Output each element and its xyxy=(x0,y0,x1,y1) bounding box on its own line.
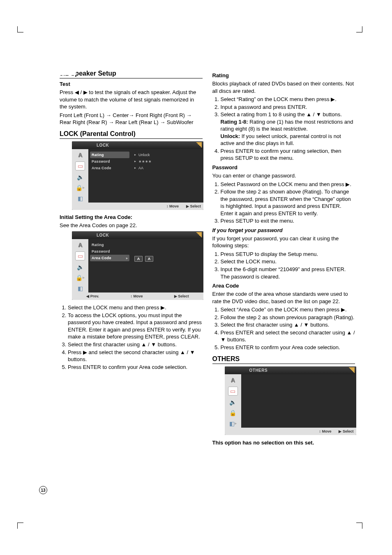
osd-footer: ↕ Move ▶ Select xyxy=(225,428,356,435)
rating-1-8-label: Rating 1-8: xyxy=(221,119,248,125)
osd-val-area-text: AA xyxy=(138,166,143,170)
password-step-1: Select Password on the LOCK menu and the… xyxy=(221,181,355,188)
osd-accent-icon xyxy=(196,142,202,148)
others-icon: ◧ xyxy=(76,284,85,292)
password-step-2: Follow the step 2 as shown above (Rating… xyxy=(221,188,355,217)
osd-title: OTHERS xyxy=(225,366,356,374)
osd-area-boxes: A A xyxy=(133,255,202,263)
area-step-5: Press ENTER to confirm your Area code se… xyxy=(221,344,355,351)
area-char-2: A xyxy=(145,256,153,262)
osd-accent-icon xyxy=(349,367,355,373)
osd-menu-list: Rating Password Area Code▸ xyxy=(88,239,131,292)
area-step-3: Select the first character using ▲ / ▼ b… xyxy=(68,341,203,348)
osd-values: ▸Unlock ▸∗∗∗∗ ▸AA xyxy=(131,149,203,203)
language-icon: A xyxy=(76,241,85,249)
osd-val-area: ▸AA xyxy=(133,165,202,171)
osd-footer-select: ▶ Select xyxy=(174,294,189,298)
area-step-4: Press ENTER and select the second charac… xyxy=(221,329,355,343)
crop-mark xyxy=(17,523,23,529)
osd-values: A A xyxy=(131,239,203,292)
osd-lock-area-code: LOCK A ▭ 🔈 🔒▶ ◧ Rating Password Area Cod… xyxy=(72,231,203,300)
subheading-test: Test xyxy=(60,81,203,87)
forget-step-1: Press SETUP to display the Setup menu. xyxy=(221,251,355,258)
osd-title: LOCK xyxy=(72,141,203,149)
osd-val-rating-text: Unlock xyxy=(138,153,150,157)
audio-icon: 🔈 xyxy=(228,398,238,406)
forget-step-2: Select the LOCK menu. xyxy=(221,258,355,265)
rating-paragraph: Blocks playback of rated DVDs based on t… xyxy=(212,80,355,94)
password-step-3: Press SETUP to exit the menu. xyxy=(221,217,355,225)
area-code-paragraph: Enter the code of the area whose standar… xyxy=(212,290,355,305)
test-paragraph-2: Front Left (Front L) → Center→ Front Rig… xyxy=(60,112,203,126)
osd-menu-rating: Rating xyxy=(90,242,129,248)
rating-steps: Select “Rating” on the LOCK menu then pr… xyxy=(212,96,355,162)
osd-val-password: ▸∗∗∗∗ xyxy=(133,158,202,165)
osd-menu-area: Area Code▸ xyxy=(90,255,129,261)
osd-menu-list: Rating Password Area Code xyxy=(88,149,131,203)
password-steps: Select Password on the LOCK menu and the… xyxy=(212,181,355,225)
area-step-2: To access the LOCK options, you must inp… xyxy=(68,312,203,341)
forget-paragraph: If you forget your password, you can cle… xyxy=(212,235,355,249)
rating-step-3a: Select a rating from 1 to 8 using the ▲ … xyxy=(221,111,342,117)
area-step-2: Follow the step 2 as shown previous para… xyxy=(221,314,355,321)
osd-val-rating: ▸Unlock xyxy=(133,152,202,158)
osd-footer-prev: ◀ Prev. xyxy=(86,294,99,298)
osd-footer-move: ↕ Move xyxy=(130,294,143,298)
forget-steps: Press SETUP to display the Setup menu. S… xyxy=(212,251,355,280)
language-icon: A xyxy=(76,151,85,159)
crop-mark xyxy=(356,523,362,529)
osd-footer-move: ↕ Move xyxy=(319,429,331,433)
osd-footer-select: ▶ Select xyxy=(339,429,353,433)
osd-accent-icon xyxy=(196,232,202,238)
osd-footer-move: ↕ Move xyxy=(166,204,179,208)
osd-sidebar-icons: A ▭ 🔈 🔒▶ ◧ xyxy=(72,239,88,292)
area-step-5: Press ENTER to confirm your Area code se… xyxy=(68,364,203,371)
language-icon: A xyxy=(228,376,238,384)
heading-lock: LOCK (Parental Control) xyxy=(60,130,203,139)
area-step-1: Select the LOCK menu and then press ▶. xyxy=(68,304,203,311)
display-icon: ▭ xyxy=(75,161,85,170)
right-column: Rating Blocks playback of rated DVDs bas… xyxy=(212,70,355,447)
others-icon: ◧▶ xyxy=(228,419,238,428)
password-paragraph: You can enter or change password. xyxy=(212,172,355,180)
osd-footer: ◀ Prev. ↕ Move ▶ Select xyxy=(72,292,203,300)
osd-val-password-text: ∗∗∗∗ xyxy=(138,159,152,164)
osd-menu-rating: Rating xyxy=(90,152,129,158)
audio-icon: 🔈 xyxy=(76,263,85,271)
rating-step-2: Input a password and press ENTER. xyxy=(221,104,355,111)
area-code-steps: Select “Area Code” on the LOCK menu then… xyxy=(212,306,355,351)
display-icon: ▭ xyxy=(228,387,238,396)
area-step-3: Select the first character using ▲ / ▼ b… xyxy=(221,321,355,329)
osd-menu-area: Area Code xyxy=(90,165,129,171)
area-step-4: Press ▶ and select the second character … xyxy=(68,349,203,363)
crop-mark xyxy=(17,26,23,32)
subheading-area-code: Area Code xyxy=(212,283,355,289)
forget-step-3: Input the 6-digit number “210499” and pr… xyxy=(221,266,355,280)
subheading-initial-area: Initial Setting the Area Code: xyxy=(60,214,203,220)
osd-menu-area-label: Area Code xyxy=(92,256,111,260)
margin-block xyxy=(0,47,76,75)
subheading-forget-password: If you forget your password xyxy=(212,227,355,233)
initial-area-paragraph: See the Area Codes on page 22. xyxy=(60,222,203,229)
osd-menu-password: Password xyxy=(90,248,129,255)
lock-icon: 🔒▶ xyxy=(76,184,85,192)
unlock-label: Unlock: xyxy=(221,133,240,139)
lock-icon: 🔒▶ xyxy=(76,274,85,282)
rating-step-3: Select a rating from 1 to 8 using the ▲ … xyxy=(221,111,355,147)
display-icon: ▭ xyxy=(75,251,85,260)
rating-step-4: Press ENTER to confirm your rating selec… xyxy=(221,147,355,162)
manual-page: 5.1 Speaker Setup Test Press ◀ / ▶ to te… xyxy=(0,0,392,555)
heading-speaker-setup: 5.1 Speaker Setup xyxy=(60,70,203,78)
others-note: This option has no selection on this set… xyxy=(212,439,355,447)
page-number: 13 xyxy=(39,486,47,494)
osd-sidebar-icons: A ▭ 🔈 🔒▶ ◧ xyxy=(72,149,88,203)
subheading-password: Password xyxy=(212,164,355,170)
osd-sidebar-icons: A ▭ 🔈 🔒 ◧▶ xyxy=(225,374,241,428)
osd-menu-password: Password xyxy=(90,158,129,165)
area-step-1: Select “Area Code” on the LOCK menu then… xyxy=(221,306,355,313)
lock-icon: 🔒 xyxy=(228,409,238,417)
osd-footer-select: ▶ Select xyxy=(186,204,201,208)
osd-empty-menu xyxy=(241,374,284,428)
subheading-rating: Rating xyxy=(212,72,355,78)
others-icon: ◧ xyxy=(76,194,85,203)
